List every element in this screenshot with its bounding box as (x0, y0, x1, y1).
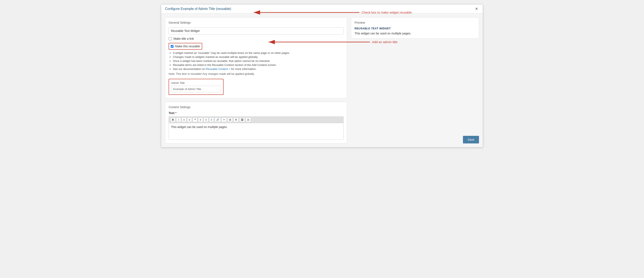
general-settings-title: General Settings (168, 21, 344, 24)
content-settings-title: Content Settings (168, 106, 344, 109)
editor-text: This widget can be used on multiple page… (171, 125, 228, 129)
make-reusable-label: Make this reusable (175, 44, 200, 48)
bullet-item: Reusable items are listed in the Reusabl… (173, 63, 344, 66)
required-star: * (175, 111, 176, 115)
configure-dialog: Configure Example of Admin Title (reusab… (161, 4, 483, 148)
admin-title-label: Admin Title (171, 81, 221, 84)
dialog-title: Configure Example of Admin Title (reusab… (165, 7, 231, 11)
note-text: Note: This item is reusable! Any changes… (168, 72, 344, 76)
align-left-button[interactable]: ≡ (198, 118, 203, 122)
editor-toolbar: B I ≡ ≡ ❝ ≡ ≡ ≡ 🔗 ✂ ⊞ ⬆ 🖼 ⊟ (168, 116, 344, 123)
preview-title: Preview (354, 21, 476, 24)
special-button[interactable]: ⬆ (234, 118, 238, 122)
left-panel: General Settings Make title a link Make … (165, 17, 347, 144)
admin-title-input[interactable] (171, 86, 221, 92)
make-title-link-label: Make title a link (174, 37, 194, 40)
right-panel: Preview REUSABLE TEXT WIDGET This widget… (347, 17, 479, 144)
text-field-label: Text * (168, 111, 344, 115)
ol-button[interactable]: ≡ (187, 118, 192, 122)
make-title-link-row: Make title a link (168, 37, 344, 40)
make-reusable-checkbox[interactable] (171, 45, 174, 48)
bullet-item: See our documentation on Reusable Conten… (173, 68, 344, 70)
source-button[interactable]: ⊟ (246, 118, 251, 122)
blockquote-button[interactable]: ❝ (193, 118, 197, 122)
table-button[interactable]: ⊞ (228, 118, 233, 122)
reusable-bullet-list: A widget marked as "reusable" may be use… (173, 51, 344, 70)
preview-widget-text: This widget can be used on multiple page… (354, 32, 476, 35)
annotation-area: Check box to make widget reusable Add an… (351, 42, 479, 131)
align-right-button[interactable]: ≡ (209, 118, 214, 122)
link-button[interactable]: 🔗 (215, 118, 221, 122)
editor-content-area[interactable]: This widget can be used on multiple page… (168, 123, 344, 140)
close-button[interactable]: ✕ (474, 7, 479, 11)
make-title-link-checkbox[interactable] (168, 37, 172, 40)
italic-button[interactable]: I (176, 118, 181, 122)
dialog-body: General Settings Make title a link Make … (161, 14, 483, 147)
general-settings-section: General Settings Make title a link Make … (165, 17, 347, 98)
content-settings-section: Content Settings Text * B I ≡ ≡ ❝ ≡ ≡ ≡ … (165, 102, 347, 144)
annotation2-text: Add an admin title (372, 40, 398, 44)
save-row: Save (351, 136, 479, 144)
dialog-header: Configure Example of Admin Title (reusab… (161, 4, 483, 14)
align-center-button[interactable]: ≡ (204, 118, 208, 122)
bullet-item: A widget marked as "reusable" may be use… (173, 51, 344, 54)
admin-title-section: Admin Title (168, 79, 224, 95)
preview-widget-title: REUSABLE TEXT WIDGET (354, 27, 476, 30)
save-button[interactable]: Save (463, 136, 479, 144)
widget-name-input[interactable] (168, 27, 344, 34)
reusable-content-link[interactable]: Reusable Content (206, 68, 230, 70)
ul-button[interactable]: ≡ (182, 118, 186, 122)
bullet-item: Changes made to widgets marked as reusab… (173, 55, 344, 58)
preview-section: Preview REUSABLE TEXT WIDGET This widget… (351, 17, 479, 39)
bullet-item: Once a widget has been marked as reusabl… (173, 59, 344, 62)
image-button[interactable]: 🖼 (240, 118, 245, 122)
unlink-button[interactable]: ✂ (222, 118, 227, 122)
bold-button[interactable]: B (170, 118, 175, 122)
make-reusable-row: Make this reusable (168, 43, 202, 50)
